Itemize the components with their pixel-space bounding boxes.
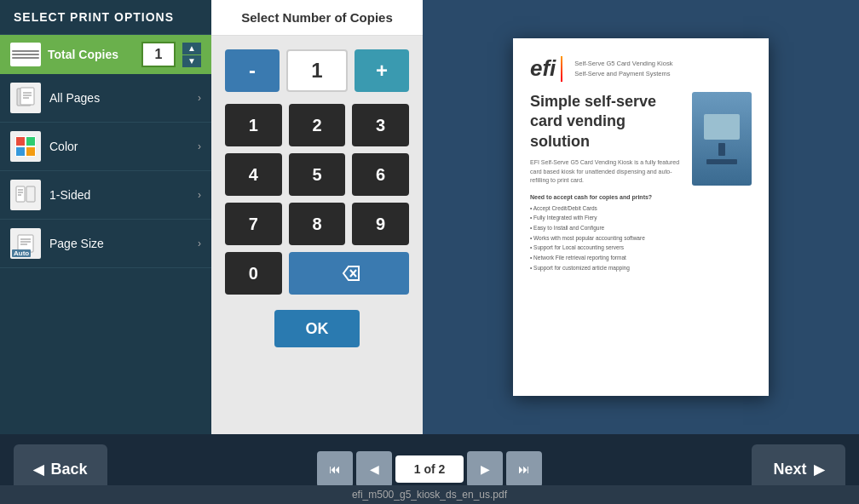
svg-rect-10 — [16, 186, 25, 202]
last-icon: ⏭ — [518, 462, 530, 476]
bullet-5: Support for Local accounting servers — [530, 243, 752, 253]
color-icon — [10, 131, 41, 162]
sidebar-item-page-size[interactable]: Auto Page Size › — [0, 220, 211, 268]
prev-icon: ◀ — [370, 462, 379, 476]
doc-bullets: Accept Credit/Debit Cards Fully Integrat… — [530, 203, 752, 273]
copies-value: 1 — [141, 42, 176, 67]
doc-title: Simple self-servecard vendingsolution — [530, 92, 683, 152]
ok-button[interactable]: OK — [274, 310, 360, 347]
sidebar-item-sided[interactable]: 1-Sided › — [0, 171, 211, 220]
kiosk-pole — [718, 143, 725, 156]
all-pages-label: All Pages — [49, 91, 189, 105]
numpad-btn-3[interactable]: 3 — [352, 104, 409, 146]
main-container: SELECT PRINT OPTIONS Total Copies 1 ▲ ▼ — [0, 0, 859, 504]
numpad-btn-2[interactable]: 2 — [289, 104, 346, 146]
filename-bar: efi_m500_g5_kiosk_ds_en_us.pdf — [0, 485, 859, 504]
bullet-4: Works with most popular accounting softw… — [530, 233, 752, 243]
total-copies-label: Total Copies — [48, 48, 135, 61]
copies-down-btn[interactable]: ▼ — [182, 55, 201, 67]
numpad-btn-7[interactable]: 7 — [225, 203, 282, 245]
kiosk-image — [692, 92, 752, 186]
doc-header: efi Self-Serve G5 Card Vending Kiosk Sel… — [530, 55, 752, 82]
kiosk-base — [706, 159, 737, 164]
doc-text: Simple self-servecard vendingsolution EF… — [530, 92, 683, 194]
numpad-btn-4[interactable]: 4 — [225, 153, 282, 196]
back-label: Back — [50, 461, 87, 478]
numpad-top-row: - 1 + — [225, 49, 409, 92]
numpad-btn-9[interactable]: 9 — [352, 203, 409, 245]
minus-button[interactable]: - — [225, 49, 280, 92]
back-arrow-icon: ◀ — [33, 461, 43, 478]
numpad-btn-6[interactable]: 6 — [352, 153, 409, 196]
preview-area: efi Self-Serve G5 Card Vending Kiosk Sel… — [423, 0, 859, 434]
doc-body: Simple self-servecard vendingsolution EF… — [530, 92, 752, 194]
page-size-label: Page Size — [49, 237, 189, 250]
page-display: 1 of 2 — [395, 455, 464, 483]
pagination-container: ⏮ ◀ 1 of 2 ▶ ⏭ — [317, 451, 542, 487]
next-label: Next — [773, 461, 806, 478]
total-copies-icon — [10, 43, 41, 66]
doc-need-header: Need to accept cash for copies and print… — [530, 194, 752, 200]
numpad-grid: 1 2 3 4 5 6 7 8 9 0 — [225, 104, 409, 295]
sided-arrow: › — [198, 189, 201, 201]
sidebar: SELECT PRINT OPTIONS Total Copies 1 ▲ ▼ — [0, 0, 211, 434]
svg-rect-1 — [20, 88, 34, 105]
numpad-body: - 1 + 1 2 3 4 5 6 7 8 9 0 — [211, 36, 423, 434]
color-arrow: › — [198, 140, 201, 152]
doc-line-2 — [12, 54, 39, 55]
bullet-7: Support for customized article mapping — [530, 263, 752, 273]
efi-tagline: Self-Serve G5 Card Vending Kiosk Self-Se… — [574, 59, 672, 78]
page-size-arrow: › — [198, 238, 201, 249]
copies-up-btn[interactable]: ▲ — [182, 43, 201, 54]
doc-subtitle: EFI Self-Serve G5 Card Vending Kiosk is … — [530, 158, 683, 186]
bullet-1: Accept Credit/Debit Cards — [530, 203, 752, 214]
page-prev-button[interactable]: ◀ — [356, 451, 392, 487]
bullet-6: Network File retrieval reporting format — [530, 253, 752, 263]
doc-line-3 — [12, 57, 39, 59]
bullet-2: Fully Integrated with Fiery — [530, 213, 752, 223]
doc-icon — [10, 43, 41, 66]
svg-rect-6 — [16, 137, 25, 146]
auto-badge: Auto — [12, 249, 31, 257]
numpad-btn-1[interactable]: 1 — [225, 104, 282, 146]
doc-line-1 — [12, 50, 39, 52]
svg-rect-14 — [26, 186, 35, 202]
bullet-3: Easy to Install and Configure — [530, 223, 752, 233]
content-area: SELECT PRINT OPTIONS Total Copies 1 ▲ ▼ — [0, 0, 859, 434]
numpad-btn-5[interactable]: 5 — [289, 153, 346, 196]
bottom-bar: ◀ Back ⏮ ◀ 1 of 2 ▶ ⏭ Next ▶ efi_m500_g5… — [0, 434, 859, 504]
sided-icon — [10, 180, 41, 210]
page-first-button[interactable]: ⏮ — [317, 451, 353, 487]
filename-text: efi_m500_g5_kiosk_ds_en_us.pdf — [352, 489, 507, 501]
numpad-ok-row: OK — [225, 310, 409, 347]
numpad-header: Select Number of Copies — [211, 0, 423, 36]
svg-rect-9 — [26, 147, 35, 156]
numpad-display: 1 — [286, 49, 348, 92]
next-page-icon: ▶ — [481, 462, 490, 476]
backspace-button[interactable] — [289, 252, 409, 295]
sidebar-header: SELECT PRINT OPTIONS — [0, 0, 211, 35]
numpad-btn-8[interactable]: 8 — [289, 203, 346, 245]
page-size-icon: Auto — [10, 228, 41, 259]
all-pages-icon — [10, 83, 41, 113]
efi-logo: efi — [530, 55, 568, 82]
total-copies-row: Total Copies 1 ▲ ▼ — [0, 35, 211, 74]
preview-document: efi Self-Serve G5 Card Vending Kiosk Sel… — [513, 38, 769, 396]
efi-logo-bar — [561, 56, 562, 82]
sidebar-item-all-pages[interactable]: All Pages › — [0, 74, 211, 123]
kiosk-screen — [704, 114, 740, 140]
svg-rect-8 — [16, 147, 25, 156]
numpad-btn-0[interactable]: 0 — [225, 252, 282, 295]
sidebar-item-color[interactable]: Color › — [0, 123, 211, 171]
plus-button[interactable]: + — [355, 49, 409, 92]
sided-label: 1-Sided — [49, 188, 189, 202]
first-icon: ⏮ — [329, 462, 341, 476]
next-arrow-icon: ▶ — [814, 461, 824, 478]
all-pages-arrow: › — [198, 92, 201, 104]
copies-spinner[interactable]: ▲ ▼ — [182, 43, 201, 67]
page-last-button[interactable]: ⏭ — [506, 451, 542, 487]
page-next-button[interactable]: ▶ — [467, 451, 503, 487]
color-label: Color — [49, 140, 189, 153]
numpad-panel: Select Number of Copies - 1 + 1 2 3 4 5 … — [211, 0, 423, 434]
svg-marker-19 — [343, 266, 359, 280]
